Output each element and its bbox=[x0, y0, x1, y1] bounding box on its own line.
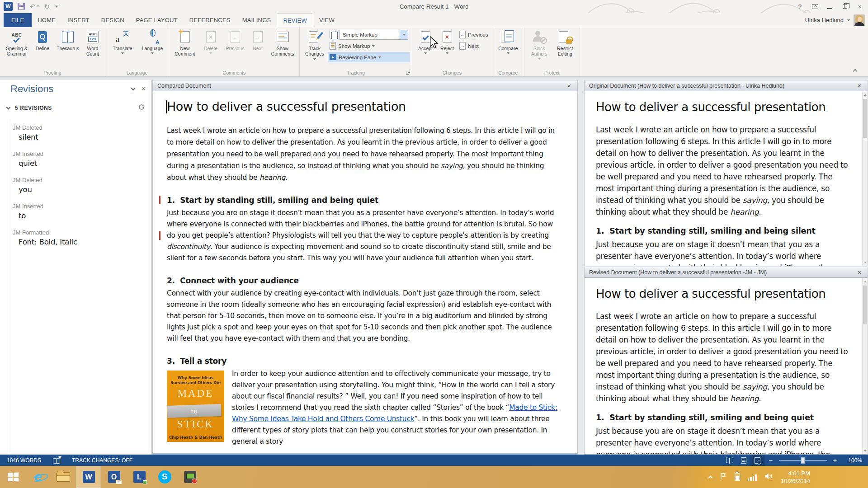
revisions-collapse-icon[interactable] bbox=[6, 105, 11, 110]
tab-view[interactable]: VIEW bbox=[313, 13, 340, 27]
taskbar-clock[interactable]: 4:01 PM 10/26/2014 bbox=[781, 469, 810, 485]
original-document-scrollbar[interactable] bbox=[862, 92, 868, 266]
show-hidden-icons-button[interactable] bbox=[708, 475, 712, 480]
proofing-status-icon[interactable] bbox=[53, 458, 60, 463]
zoom-in-button[interactable]: + bbox=[829, 456, 841, 464]
taskbar-skype-button[interactable]: S bbox=[152, 466, 177, 488]
account-dropdown-icon bbox=[847, 19, 850, 21]
ribbon-display-options-icon bbox=[812, 4, 818, 9]
revised-document-scrollbar[interactable] bbox=[862, 278, 868, 454]
previous-comment-button: ← Previous bbox=[222, 28, 248, 51]
taskbar-lync-button[interactable]: L bbox=[127, 466, 152, 488]
network-icon[interactable] bbox=[748, 474, 757, 481]
scrollbar-thumb[interactable] bbox=[863, 99, 867, 138]
ribbon-display-options-button[interactable] bbox=[807, 0, 822, 13]
taskbar-file-explorer-button[interactable] bbox=[51, 466, 76, 488]
tab-page-layout[interactable]: PAGE LAYOUT bbox=[130, 13, 184, 27]
zoom-out-button[interactable]: − bbox=[764, 456, 777, 464]
section-1-heading: 1. Start by standing still, smiling and … bbox=[596, 412, 850, 423]
revision-item[interactable]: JM Formatted Font: Bold, Italic bbox=[13, 229, 144, 246]
define-button[interactable]: Define bbox=[32, 28, 53, 51]
help-button[interactable]: ? bbox=[793, 0, 807, 13]
revision-item[interactable]: JM Inserted to bbox=[13, 203, 144, 220]
tab-mailings[interactable]: MAILINGS bbox=[236, 13, 277, 27]
taskbar-ie-button[interactable]: e bbox=[25, 466, 51, 488]
revised-document-close-button[interactable]: × bbox=[856, 269, 863, 276]
new-comment-icon bbox=[180, 29, 190, 44]
accept-button[interactable]: Accept bbox=[414, 28, 437, 54]
spelling-grammar-button[interactable]: ABC Spelling & Grammar bbox=[2, 28, 32, 57]
screen-recorder-icon bbox=[184, 471, 196, 483]
show-comments-button[interactable]: Show Comments bbox=[268, 28, 297, 57]
compared-document-content[interactable]: How to deliver a successful presentation… bbox=[153, 91, 577, 454]
compared-document-close-button[interactable]: × bbox=[566, 82, 573, 89]
zoom-level[interactable]: 100% bbox=[841, 457, 862, 464]
refresh-icon[interactable] bbox=[138, 103, 145, 113]
close-button[interactable]: × bbox=[852, 0, 867, 13]
revisions-pane-menu-icon[interactable] bbox=[131, 86, 135, 91]
print-layout-button[interactable] bbox=[736, 455, 750, 466]
scrollbar-thumb[interactable] bbox=[863, 286, 867, 324]
delete-comment-button: × Delete bbox=[199, 28, 222, 54]
minimize-button[interactable] bbox=[822, 0, 837, 13]
display-for-review-combobox[interactable]: Simple Markup bbox=[340, 30, 408, 40]
word-count-status[interactable]: 1046 WORDS bbox=[7, 457, 41, 464]
document-title: How to deliver a successful presentation bbox=[596, 286, 850, 301]
restrict-editing-button[interactable]: Restrict Editing bbox=[552, 28, 578, 57]
compare-button[interactable]: Compare bbox=[494, 28, 522, 54]
taskbar-apps: e W O L S bbox=[0, 466, 203, 488]
section-1-body: Just because you are on stage it doesn’t… bbox=[596, 239, 850, 266]
taskbar-recorder-button[interactable] bbox=[177, 466, 203, 488]
collapse-ribbon-button[interactable] bbox=[854, 66, 862, 73]
taskbar-outlook-button[interactable]: O bbox=[101, 466, 127, 488]
track-changes-button[interactable]: Track Changes bbox=[302, 28, 328, 60]
tab-design[interactable]: DESIGN bbox=[95, 13, 130, 27]
read-mode-button[interactable] bbox=[722, 455, 736, 466]
web-layout-button[interactable] bbox=[750, 455, 764, 466]
track-changes-status[interactable]: TRACK CHANGES: OFF bbox=[72, 457, 132, 464]
thesaurus-button[interactable]: Thesaurus bbox=[53, 28, 82, 51]
tab-references[interactable]: REFERENCES bbox=[184, 13, 236, 27]
original-document-close-button[interactable]: × bbox=[856, 82, 863, 89]
tab-review[interactable]: REVIEW bbox=[277, 13, 313, 27]
restore-button[interactable] bbox=[837, 0, 852, 13]
language-button[interactable]: A Language bbox=[138, 28, 167, 54]
new-comment-button[interactable]: New Comment bbox=[171, 28, 199, 57]
zoom-slider[interactable] bbox=[779, 460, 827, 461]
tab-home[interactable]: HOME bbox=[32, 13, 61, 27]
group-label-language: Language bbox=[105, 70, 169, 75]
revised-document-content[interactable]: How to deliver a successful presentation… bbox=[585, 278, 868, 454]
next-change-button[interactable]: → Next bbox=[458, 41, 490, 51]
action-center-icon[interactable] bbox=[720, 473, 727, 482]
book-cover-image[interactable]: Why Some Ideas Survive and Others Die MA… bbox=[167, 371, 224, 442]
revision-item[interactable]: JM Deleted you bbox=[13, 177, 144, 194]
revisions-pane-close-button[interactable]: × bbox=[142, 85, 146, 93]
title-bar: W ↶ ↻ Compare Result 1 - Word ? × bbox=[0, 0, 868, 13]
display-for-review-dropdown-button[interactable] bbox=[400, 30, 408, 39]
revision-item[interactable]: JM Deleted silent bbox=[13, 124, 144, 141]
account-menu[interactable]: Ulrika Hedlund bbox=[805, 13, 865, 27]
skype-icon: S bbox=[158, 470, 171, 483]
status-bar-right: − + 100% bbox=[722, 455, 868, 466]
tab-file[interactable]: FILE bbox=[4, 13, 32, 27]
thesaurus-icon bbox=[62, 29, 74, 44]
tab-insert[interactable]: INSERT bbox=[61, 13, 95, 27]
zoom-slider-thumb[interactable] bbox=[801, 457, 805, 464]
ribbon-group-protect: Block Authors Restrict Editing Protect bbox=[524, 27, 580, 76]
reject-button[interactable]: × Reject bbox=[437, 28, 458, 54]
original-document-content[interactable]: How to deliver a successful presentation… bbox=[585, 91, 868, 266]
taskbar-word-button[interactable]: W bbox=[76, 466, 101, 488]
accept-icon bbox=[421, 29, 430, 44]
compare-dropdown-icon bbox=[507, 52, 509, 54]
reviewing-pane-button[interactable]: Reviewing Pane bbox=[328, 52, 410, 62]
translate-button[interactable]: a Translate bbox=[107, 28, 138, 54]
word-count-button[interactable]: ABC123 Word Count bbox=[82, 28, 103, 57]
start-button[interactable] bbox=[0, 466, 25, 488]
previous-change-button[interactable]: ← Previous bbox=[458, 29, 490, 40]
volume-icon[interactable] bbox=[764, 473, 773, 482]
show-markup-button[interactable]: Show Markup bbox=[328, 41, 410, 51]
battery-icon[interactable] bbox=[735, 473, 740, 481]
define-icon bbox=[38, 29, 47, 44]
group-label-changes: Changes bbox=[412, 70, 492, 75]
revision-item[interactable]: JM Inserted quiet bbox=[13, 150, 144, 168]
